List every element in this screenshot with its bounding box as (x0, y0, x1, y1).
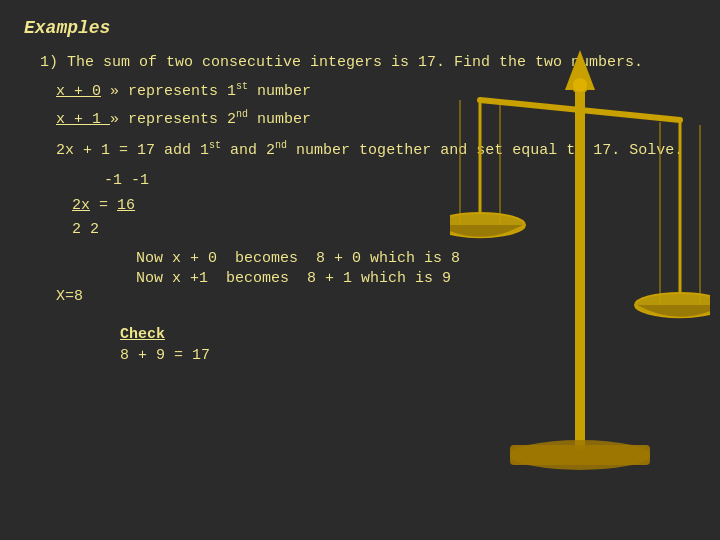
result-label: 2x (72, 197, 90, 214)
becomes-left-2: Now x +1 (136, 270, 208, 287)
division-left: 2 (72, 221, 81, 238)
x-equals-block: X=8 (56, 250, 136, 313)
result-value: 16 (117, 197, 135, 214)
becomes-word-1: becomes (235, 250, 298, 267)
balance-scale-icon (450, 20, 710, 530)
becomes-word-2: becomes (226, 270, 289, 287)
division-right: 2 (90, 221, 99, 238)
becomes-left-1: Now x + 0 (136, 250, 217, 267)
becomes-right-1: 8 + 0 which is 8 (316, 250, 460, 267)
becomes-right-2: 8 + 1 which is 9 (307, 270, 451, 287)
problem-number: 1) (40, 54, 58, 71)
result-eq: = (99, 197, 117, 214)
svg-rect-2 (510, 445, 650, 465)
scale-container (440, 0, 720, 540)
becomes-block: Now x + 0 becomes 8 + 0 which is 8 Now x… (136, 250, 460, 313)
arrow-1: » (110, 83, 128, 100)
becomes-row-2: Now x +1 becomes 8 + 1 which is 9 (136, 270, 460, 287)
represents-2: represents 2nd number (128, 111, 311, 128)
equation-text: 2x + 1 = 17 (56, 142, 155, 159)
arrow-2: » (110, 111, 128, 128)
represents-1: represents 1st number (128, 83, 311, 100)
x-spacer (56, 250, 136, 286)
svg-point-13 (572, 77, 588, 93)
svg-rect-0 (575, 80, 585, 450)
x-value-label: X=8 (56, 286, 136, 309)
becomes-row-1: Now x + 0 becomes 8 + 0 which is 8 (136, 250, 460, 267)
expression-1: x + 0 (56, 83, 101, 100)
expression-2: x + 1 (56, 111, 110, 128)
subtraction-values: -1 -1 (104, 172, 149, 189)
